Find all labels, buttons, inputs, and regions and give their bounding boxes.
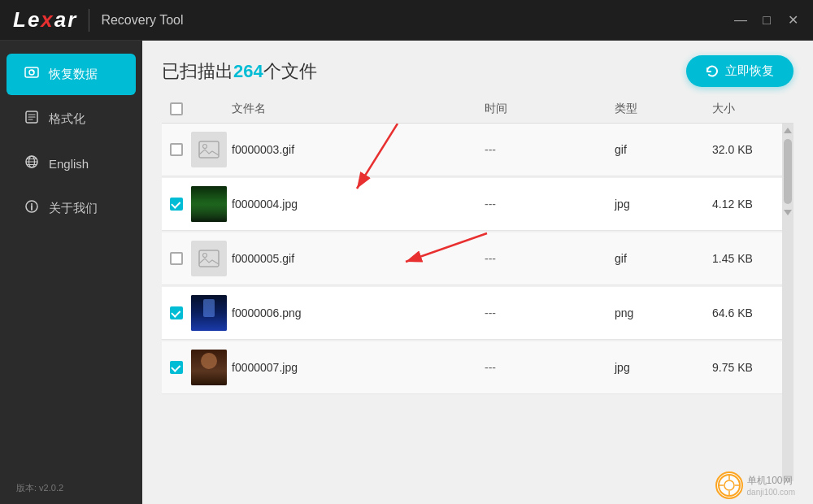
sidebar-item-recover-label: 恢复数据 <box>49 67 98 82</box>
row4-size: 64.6 KB <box>712 306 793 319</box>
row1-time: --- <box>485 143 615 156</box>
sidebar-item-about[interactable]: 关于我们 <box>7 188 136 229</box>
row5-checkbox-wrap[interactable] <box>162 361 191 374</box>
row2-size: 4.12 KB <box>712 198 793 211</box>
row4-time: --- <box>485 306 615 319</box>
row4-checkbox[interactable] <box>170 306 183 319</box>
logo: Lexar <box>13 7 77 33</box>
header-filename: 文件名 <box>232 102 485 116</box>
table-rows-wrapper: f0000003.gif --- gif 32.0 KB <box>162 124 793 481</box>
row5-filename: f0000007.jpg <box>232 361 485 374</box>
row4-checkbox-wrap[interactable] <box>162 306 191 319</box>
row2-type: jpg <box>615 198 712 211</box>
svg-point-10 <box>203 254 207 258</box>
scan-count: 264 <box>233 61 263 81</box>
svg-point-6 <box>31 203 33 205</box>
row5-time: --- <box>485 361 615 374</box>
close-button[interactable]: ✕ <box>785 13 800 28</box>
table-header: 文件名 时间 类型 大小 <box>162 95 793 124</box>
app-title: Recovery Tool <box>101 13 183 28</box>
info-icon <box>23 199 41 218</box>
row4-thumbnail <box>191 295 227 331</box>
sidebar: 恢复数据 格式化 English <box>0 41 142 504</box>
sidebar-item-format[interactable]: 格式化 <box>7 98 136 140</box>
content-area: 已扫描出264个文件 立即恢复 文件名 时间 类型 大小 <box>142 41 813 504</box>
row2-time: --- <box>485 198 615 211</box>
sidebar-item-format-label: 格式化 <box>49 111 85 127</box>
watermark-domain: danji100.com <box>747 488 795 497</box>
row4-filename: f0000006.png <box>232 306 485 319</box>
header-size: 大小 <box>712 102 793 116</box>
watermark-text-block: 单机100网 danji100.com <box>747 474 795 497</box>
content-header: 已扫描出264个文件 立即恢复 <box>142 41 813 95</box>
table-row: f0000005.gif --- gif 1.45 KB <box>162 232 793 285</box>
header-type: 类型 <box>615 102 712 116</box>
title-bar-left: Lexar Recovery Tool <box>13 7 183 33</box>
row3-type: gif <box>615 252 712 265</box>
header-time: 时间 <box>485 102 615 116</box>
recover-button[interactable]: 立即恢复 <box>686 55 793 87</box>
row2-checkbox-wrap[interactable] <box>162 198 191 211</box>
recover-btn-icon <box>706 65 719 78</box>
scrollbar-down-arrow[interactable] <box>784 210 792 215</box>
table-row: f0000006.png --- png 64.6 KB <box>162 287 793 340</box>
main-layout: 恢复数据 格式化 English <box>0 41 813 504</box>
window-controls: — □ ✕ <box>733 13 800 28</box>
row5-type: jpg <box>615 361 712 374</box>
table-row: f0000007.jpg --- jpg 9.75 KB <box>162 341 793 394</box>
scan-result-title: 已扫描出264个文件 <box>162 59 317 84</box>
table-row: f0000004.jpg --- jpg 4.12 KB <box>162 178 793 231</box>
row5-checkbox[interactable] <box>170 361 183 374</box>
row2-filename: f0000004.jpg <box>232 198 485 211</box>
row1-type: gif <box>615 143 712 156</box>
recover-btn-label: 立即恢复 <box>725 63 774 79</box>
row1-checkbox[interactable] <box>170 143 183 156</box>
row1-checkbox-wrap[interactable] <box>162 143 191 156</box>
watermark: 单机100网 danji100.com <box>715 471 795 499</box>
sidebar-item-english-label: English <box>49 157 89 171</box>
sidebar-item-recover[interactable]: 恢复数据 <box>7 54 136 95</box>
scrollbar-thumb[interactable] <box>784 139 792 204</box>
maximize-button[interactable]: □ <box>759 13 774 28</box>
row3-time: --- <box>485 252 615 265</box>
watermark-site-name: 单机100网 <box>747 474 795 488</box>
scan-title-suffix: 个文件 <box>263 61 317 81</box>
select-all-checkbox-wrap[interactable] <box>162 102 191 115</box>
title-divider <box>89 9 89 32</box>
recover-icon <box>23 65 41 84</box>
row1-thumbnail <box>191 132 227 167</box>
svg-rect-9 <box>199 250 219 267</box>
select-all-checkbox[interactable] <box>170 102 183 115</box>
svg-point-8 <box>203 145 207 149</box>
sidebar-item-english[interactable]: English <box>7 143 136 185</box>
file-table: 文件名 时间 类型 大小 <box>142 95 813 504</box>
row2-thumb-img <box>191 186 227 222</box>
row3-checkbox-wrap[interactable] <box>162 252 191 265</box>
image-placeholder-icon <box>198 247 220 270</box>
row4-thumb-img <box>191 295 227 331</box>
scrollbar-up-arrow[interactable] <box>784 128 792 133</box>
row3-filename: f0000005.gif <box>232 252 485 265</box>
scrollbar-track[interactable] <box>782 124 793 481</box>
image-placeholder-icon <box>198 138 220 161</box>
table-row: f0000003.gif --- gif 32.0 KB <box>162 124 793 176</box>
row2-thumbnail <box>191 186 227 222</box>
svg-rect-7 <box>199 141 219 158</box>
row5-size: 9.75 KB <box>712 361 793 374</box>
row3-thumbnail <box>191 241 227 276</box>
row5-thumb-img <box>191 350 227 385</box>
scan-title-prefix: 已扫描出 <box>162 61 233 81</box>
title-bar: Lexar Recovery Tool — □ ✕ <box>0 0 813 41</box>
row3-size: 1.45 KB <box>712 252 793 265</box>
watermark-logo-icon <box>717 473 741 497</box>
version-label: 版本: v2.0.2 <box>0 472 142 504</box>
format-icon <box>23 110 41 128</box>
sidebar-item-about-label: 关于我们 <box>49 201 98 216</box>
row3-checkbox[interactable] <box>170 252 183 265</box>
row2-checkbox[interactable] <box>170 198 183 211</box>
svg-rect-0 <box>25 67 38 77</box>
row5-thumbnail <box>191 350 227 385</box>
row1-size: 32.0 KB <box>712 143 793 156</box>
row1-filename: f0000003.gif <box>232 143 485 156</box>
minimize-button[interactable]: — <box>733 13 748 28</box>
